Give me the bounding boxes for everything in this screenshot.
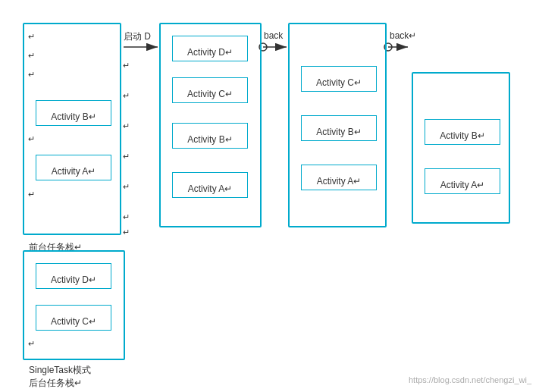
activity-a-stack3: Activity A↵: [301, 165, 377, 190]
activity-c-stack3: Activity C↵: [301, 66, 377, 92]
activity-b-stack2: Activity B↵: [172, 123, 248, 149]
activity-d-stack5: Activity D↵: [36, 263, 111, 289]
watermark: https://blog.csdn.net/chengzi_wi_: [409, 375, 531, 384]
singletask-background-stack: Activity D↵ Activity C↵ ↵: [23, 250, 125, 360]
after-back1-stack: Activity C↵ Activity B↵ Activity A↵: [288, 23, 387, 227]
activity-c-stack2: Activity C↵: [172, 77, 248, 103]
activity-b-stack3: Activity B↵: [301, 115, 377, 141]
launch-d-label: 启动 D: [124, 30, 151, 43]
activity-b-stack1: Activity B↵: [36, 100, 111, 126]
back-label-2: back↵: [390, 30, 416, 41]
back-label-1: back: [264, 30, 283, 41]
singletask-stack-label: SingleTask模式后台任务栈↵: [29, 364, 91, 390]
activity-d-stack2: Activity D↵: [172, 36, 248, 61]
activity-a-stack1: Activity A↵: [36, 155, 111, 180]
after-launch-d-stack: Activity D↵ Activity C↵ Activity B↵ Acti…: [159, 23, 262, 227]
foreground-task-stack: ↵ ↵ ↵ Activity B↵ ↵ Activity A↵ ↵: [23, 23, 121, 235]
activity-a-stack4: Activity A↵: [425, 168, 500, 194]
activity-c-stack5: Activity C↵: [36, 305, 111, 331]
after-back2-stack: Activity B↵ Activity A↵: [412, 72, 510, 224]
activity-a-stack2: Activity A↵: [172, 172, 248, 198]
activity-b-stack4: Activity B↵: [425, 119, 500, 145]
